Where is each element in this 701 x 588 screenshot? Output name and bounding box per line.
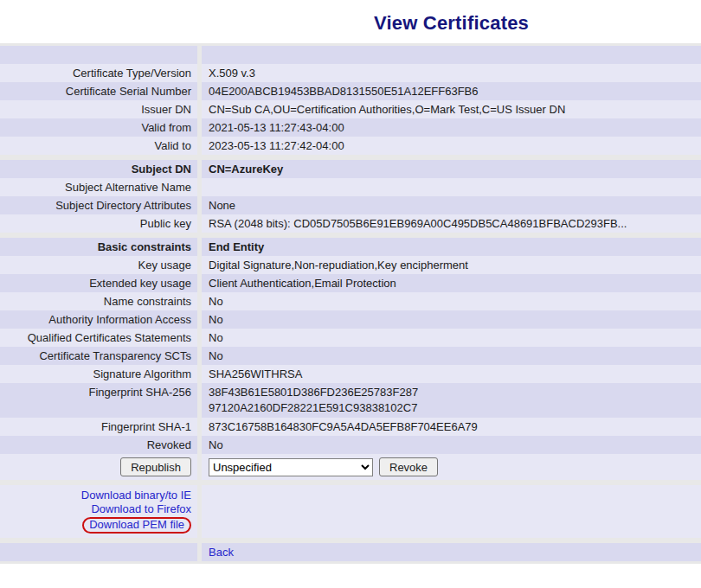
qualified-certificates-statements-value: No [202, 329, 701, 347]
row-name-constraints: Name constraints No [0, 292, 701, 310]
republish-button[interactable]: Republish [120, 457, 191, 476]
row-subject-dn: Subject DN CN=AzureKey [0, 160, 701, 178]
row-actions: Republish Unspecified Revoke [0, 454, 701, 480]
download-firefox-link[interactable]: Download to Firefox [91, 502, 191, 516]
extended-key-usage-value: Client Authentication,Email Protection [202, 274, 701, 292]
fingerprint-sha256-value: 38F43B61E5801D386FD236E25783F287 97120A2… [202, 383, 701, 418]
issuer-dn-value: CN=Sub CA,OU=Certification Authorities,O… [202, 100, 701, 118]
back-cell: Back [202, 543, 701, 561]
row-public-key: Public key RSA (2048 bits): CD05D7505B6E… [0, 214, 701, 233]
fingerprint-sha1-value: 873C16758B164830FC9A5A4DA5EFB8F704EE6A79 [202, 418, 701, 436]
fingerprint-sha256-line1: 38F43B61E5801D386FD236E25783F287 [209, 385, 701, 400]
row-revoked: Revoked No [0, 436, 701, 454]
valid-from-value: 2021-05-13 11:27:43-04:00 [202, 118, 701, 137]
downloads-empty-cell [202, 485, 701, 538]
certificate-transparency-scts-value: No [202, 347, 701, 365]
section-downloads: Download binary/to IE Download to Firefo… [0, 485, 701, 538]
section-footer: Back [0, 543, 701, 561]
subject-dn-label: Subject DN [0, 160, 197, 178]
basic-constraints-value: End Entity [202, 238, 701, 256]
revocation-reason-select[interactable]: Unspecified [209, 458, 373, 476]
row-extended-key-usage: Extended key usage Client Authentication… [0, 274, 701, 292]
fingerprint-sha256-line2: 97120A2160DF28221E591C93838102C7 [209, 400, 701, 416]
page-header: View Certificates [202, 0, 701, 43]
row-valid-from: Valid from 2021-05-13 11:27:43-04:00 [0, 118, 701, 137]
back-empty-cell [0, 543, 197, 561]
row-certificate-transparency-scts: Certificate Transparency SCTs No [0, 347, 701, 365]
download-links-cell: Download binary/to IE Download to Firefo… [0, 485, 197, 538]
name-constraints-label: Name constraints [0, 292, 197, 310]
fingerprint-sha256-label: Fingerprint SHA-256 [0, 383, 197, 418]
subject-alternative-name-label: Subject Alternative Name [0, 178, 197, 196]
certificate-type-version-value: X.509 v.3 [202, 64, 701, 82]
pem-highlight-oval: Download PEM file [82, 517, 191, 534]
extended-key-usage-label: Extended key usage [0, 274, 197, 292]
row-qualified-certificates-statements: Qualified Certificates Statements No [0, 329, 701, 347]
row-basic-constraints: Basic constraints End Entity [0, 238, 701, 256]
blank-header-value-cell [202, 46, 701, 64]
section-subject: Subject DN CN=AzureKey Subject Alternati… [0, 160, 701, 233]
subject-alternative-name-value [202, 178, 701, 196]
download-pem-link[interactable]: Download PEM file [89, 518, 184, 531]
subject-directory-attributes-value: None [202, 196, 701, 214]
section-general: Certificate Type/Version X.509 v.3 Certi… [0, 46, 701, 155]
blank-header-label-cell [0, 46, 197, 64]
row-signature-algorithm: Signature Algorithm SHA256WITHRSA [0, 365, 701, 383]
name-constraints-value: No [202, 292, 701, 310]
row-key-usage: Key usage Digital Signature,Non-repudiat… [0, 256, 701, 274]
authority-information-access-label: Authority Information Access [0, 310, 197, 329]
row-issuer-dn: Issuer DN CN=Sub CA,OU=Certification Aut… [0, 100, 701, 118]
subject-dn-value: CN=AzureKey [202, 160, 701, 178]
blank-header-row [0, 46, 701, 64]
row-certificate-serial-number: Certificate Serial Number 04E200ABCB1945… [0, 82, 701, 100]
valid-to-label: Valid to [0, 137, 197, 155]
public-key-label: Public key [0, 214, 197, 233]
signature-algorithm-value: SHA256WITHRSA [202, 365, 701, 383]
public-key-value: RSA (2048 bits): CD05D7505B6E91EB969A00C… [202, 214, 701, 233]
certificate-serial-number-value: 04E200ABCB19453BBAD8131550E51A12EFF63FB6 [202, 82, 701, 100]
row-subject-alternative-name: Subject Alternative Name [0, 178, 701, 196]
section-extensions: Basic constraints End Entity Key usage D… [0, 238, 701, 480]
revoked-value: No [202, 436, 701, 454]
revoke-cell: Unspecified Revoke [202, 454, 701, 480]
subject-directory-attributes-label: Subject Directory Attributes [0, 196, 197, 214]
republish-cell: Republish [0, 454, 197, 480]
fingerprint-sha1-label: Fingerprint SHA-1 [0, 418, 197, 436]
key-usage-value: Digital Signature,Non-repudiation,Key en… [202, 256, 701, 274]
download-binary-ie-link[interactable]: Download binary/to IE [81, 489, 191, 502]
back-link[interactable]: Back [209, 546, 234, 559]
issuer-dn-label: Issuer DN [0, 100, 197, 118]
basic-constraints-label: Basic constraints [0, 238, 197, 256]
certificate-type-version-label: Certificate Type/Version [0, 64, 197, 82]
key-usage-label: Key usage [0, 256, 197, 274]
row-back: Back [0, 543, 701, 561]
row-authority-information-access: Authority Information Access No [0, 310, 701, 329]
revoke-button[interactable]: Revoke [379, 457, 438, 476]
row-fingerprint-sha256: Fingerprint SHA-256 38F43B61E5801D386FD2… [0, 383, 701, 418]
signature-algorithm-label: Signature Algorithm [0, 365, 197, 383]
row-subject-directory-attributes: Subject Directory Attributes None [0, 196, 701, 214]
page-title: View Certificates [374, 12, 529, 34]
certificate-serial-number-label: Certificate Serial Number [0, 82, 197, 100]
qualified-certificates-statements-label: Qualified Certificates Statements [0, 329, 197, 347]
valid-to-value: 2023-05-13 11:27:42-04:00 [202, 137, 701, 155]
certificate-transparency-scts-label: Certificate Transparency SCTs [0, 347, 197, 365]
row-fingerprint-sha1: Fingerprint SHA-1 873C16758B164830FC9A5A… [0, 418, 701, 436]
revoked-label: Revoked [0, 436, 197, 454]
certificate-details-table: Certificate Type/Version X.509 v.3 Certi… [0, 43, 701, 564]
valid-from-label: Valid from [0, 118, 197, 137]
row-valid-to: Valid to 2023-05-13 11:27:42-04:00 [0, 137, 701, 155]
row-certificate-type-version: Certificate Type/Version X.509 v.3 [0, 64, 701, 82]
authority-information-access-value: No [202, 310, 701, 329]
row-downloads: Download binary/to IE Download to Firefo… [0, 485, 701, 538]
